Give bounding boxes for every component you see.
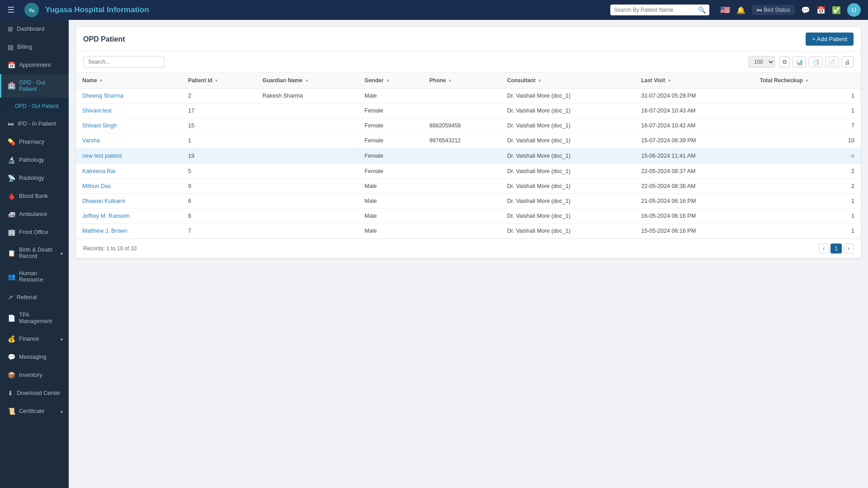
row-action-icon[interactable]: ≡ xyxy=(851,152,854,160)
sidebar-item-download-center[interactable]: ⬇ Download Center xyxy=(0,384,69,402)
cell-gender: Female xyxy=(358,148,423,164)
col-gender[interactable]: Gender ▾ xyxy=(358,73,423,89)
cell-last_visit: 16-07-2024 10:42 AM xyxy=(635,118,754,133)
sidebar-item-certificate[interactable]: 📜 Certificate ◂ xyxy=(0,402,69,420)
cell-last_visit: 22-05-2024 08:36 AM xyxy=(635,179,754,194)
cell-last_visit: 15-07-2024 06:39 PM xyxy=(635,133,754,148)
add-patient-button[interactable]: + Add Patient xyxy=(806,33,854,46)
sidebar-sub-label: OPD - Out Patient xyxy=(15,103,59,109)
patient-name-link[interactable]: Katreena Rai xyxy=(82,168,115,174)
sidebar-item-referral[interactable]: ↗ Referral xyxy=(0,288,69,306)
sidebar-item-human-resource[interactable]: 👥 Human Resource xyxy=(0,265,69,288)
sidebar-item-inventory[interactable]: 📦 Inventory xyxy=(0,366,69,384)
calendar-icon[interactable]: 📅 xyxy=(816,6,826,14)
cell-total-recheckup: ≡ xyxy=(754,148,861,164)
sidebar-item-dashboard[interactable]: ⊞ Dashboard xyxy=(0,20,69,38)
sidebar-item-ipd[interactable]: 🛏 IPD - In Patient xyxy=(0,115,69,133)
table-row: Dheeraj Sharma2Rakesh SharmaMaleDr. Vais… xyxy=(76,89,861,103)
cell-phone: 8882059458 xyxy=(423,118,501,133)
sidebar-item-messaging[interactable]: 💬 Messaging xyxy=(0,348,69,366)
sidebar-item-birth-death[interactable]: 📋 Birth & Death Record ◂ xyxy=(0,241,69,265)
task-icon[interactable]: ✅ xyxy=(832,6,841,14)
sidebar-item-opd[interactable]: 🏥 OPD - Out Patient xyxy=(0,74,69,98)
patients-table: Name ▾Patient Id ▾Guardian Name ▾Gender … xyxy=(76,73,861,239)
cell-gender: Male xyxy=(358,179,423,194)
pdf-icon-button[interactable]: 📄 xyxy=(825,56,839,67)
per-page-select[interactable]: 100 50 25 xyxy=(748,56,775,68)
cell-patient_id: 5 xyxy=(182,164,256,179)
messaging-sidebar-icon: 💬 xyxy=(8,353,15,361)
cell-phone xyxy=(423,103,501,118)
prev-page-button[interactable]: ‹ xyxy=(819,244,829,253)
human-resource-sidebar-icon: 👥 xyxy=(8,273,15,280)
cell-last_visit: 15-06-2024 11:41 AM xyxy=(635,148,754,164)
copy-icon-button[interactable]: ⧉ xyxy=(779,56,790,67)
cell-consultant: Dr. Vaishali More (doc_1) xyxy=(501,103,635,118)
patient-name-link[interactable]: Matthew J. Brown xyxy=(82,228,127,234)
next-page-button[interactable]: › xyxy=(844,244,854,253)
patient-name-link[interactable]: Shivani Singh xyxy=(82,122,117,129)
patient-name-link[interactable]: Jeffrey M. Ransom xyxy=(82,213,130,219)
sidebar-item-pharmacy[interactable]: 💊 Pharmacy xyxy=(0,133,69,151)
patient_id-sort-icon: ▾ xyxy=(215,78,217,83)
col-patient_id[interactable]: Patient Id ▾ xyxy=(182,73,256,89)
sidebar-item-blood-bank[interactable]: 🩸 Blood Bank xyxy=(0,187,69,205)
col-consultant[interactable]: Consultant ▾ xyxy=(501,73,635,89)
sidebar-item-pathology[interactable]: 🔬 Pathology xyxy=(0,151,69,169)
table-search-input[interactable] xyxy=(83,56,165,68)
sidebar-item-front-office[interactable]: 🏢 Front Office xyxy=(0,223,69,241)
patient-name-link[interactable]: new test patient xyxy=(82,153,122,159)
sidebar-item-appointment[interactable]: 📅 Appointment xyxy=(0,56,69,74)
search-input[interactable] xyxy=(614,7,695,13)
cell-total-recheckup: 1 xyxy=(754,224,861,239)
excel-icon-button[interactable]: 📑 xyxy=(809,56,822,67)
cell-guardian_name xyxy=(256,209,359,224)
table-row: Shivani test17FemaleDr. Vaishali More (d… xyxy=(76,103,861,118)
sidebar-item-radiology[interactable]: 📡 Radiology xyxy=(0,169,69,187)
table-wrapper: Name ▾Patient Id ▾Guardian Name ▾Gender … xyxy=(76,73,861,239)
sidebar-item-ambulance[interactable]: 🚑 Ambulance xyxy=(0,205,69,223)
front-office-sidebar-icon: 🏢 xyxy=(8,229,15,236)
sidebar-item-finance[interactable]: 💰 Finance ◂ xyxy=(0,330,69,348)
bed-status-button[interactable]: 🛏 Bed Status xyxy=(752,5,795,15)
col-last_visit[interactable]: Last Visit ▾ xyxy=(635,73,754,89)
last_visit-sort-icon: ▾ xyxy=(668,78,670,83)
cell-guardian_name xyxy=(256,194,359,209)
ipd-sidebar-icon: 🛏 xyxy=(8,120,14,127)
col-name[interactable]: Name ▾ xyxy=(76,73,182,89)
flag-icon[interactable]: 🇺🇸 xyxy=(720,5,730,15)
sidebar-item-opd-sub[interactable]: OPD - Out Patient xyxy=(0,98,69,115)
sidebar-item-tpa-management[interactable]: 📄 TPA Management xyxy=(0,306,69,330)
pathology-sidebar-icon: 🔬 xyxy=(8,156,15,164)
cell-gender: Male xyxy=(358,209,423,224)
hamburger-menu[interactable]: ☰ xyxy=(7,5,14,15)
cell-guardian_name xyxy=(256,224,359,239)
patient-name-link[interactable]: Varsha xyxy=(82,137,100,144)
sidebar-item-billing[interactable]: ▤ Billing xyxy=(0,38,69,56)
notification-icon[interactable]: 🔔 xyxy=(736,6,745,14)
col-guardian_name[interactable]: Guardian Name ▾ xyxy=(256,73,359,89)
patient-name-link[interactable]: Mithun Das xyxy=(82,183,111,189)
global-search[interactable]: 🔍 xyxy=(610,5,709,15)
cell-guardian_name xyxy=(256,103,359,118)
csv-icon-button[interactable]: 📊 xyxy=(793,56,806,67)
cell-last_visit: 21-05-2024 06:16 PM xyxy=(635,194,754,209)
cell-consultant: Dr. Vaishali More (doc_1) xyxy=(501,133,635,148)
patient-name-link[interactable]: Dheeraj Sharma xyxy=(82,93,123,99)
cell-total-recheckup: 10 xyxy=(754,133,861,148)
blood-bank-sidebar-icon: 🩸 xyxy=(8,192,15,200)
col-phone[interactable]: Phone ▾ xyxy=(423,73,501,89)
whatsapp-icon[interactable]: 💬 xyxy=(801,6,810,14)
topnav-icons: 🇺🇸 🔔 🛏 Bed Status 💬 📅 ✅ U xyxy=(720,3,861,17)
user-avatar[interactable]: U xyxy=(847,3,861,17)
logo-icon: Yu xyxy=(24,2,40,18)
referral-sidebar-icon: ↗ xyxy=(8,294,13,301)
page-1-button[interactable]: 1 xyxy=(830,244,842,253)
gender-sort-icon: ▾ xyxy=(387,78,389,83)
toolbar-icons: ⧉ 📊 📑 📄 🖨 xyxy=(779,56,854,67)
col-total_recheckup[interactable]: Total Recheckup ▾ xyxy=(754,73,861,89)
patient-name-link[interactable]: Dhawan Kulkarni xyxy=(82,198,125,204)
panel-toolbar: 100 50 25 ⧉ 📊 📑 📄 🖨 xyxy=(76,52,861,73)
print-icon-button[interactable]: 🖨 xyxy=(841,56,854,67)
patient-name-link[interactable]: Shivani test xyxy=(82,108,112,114)
